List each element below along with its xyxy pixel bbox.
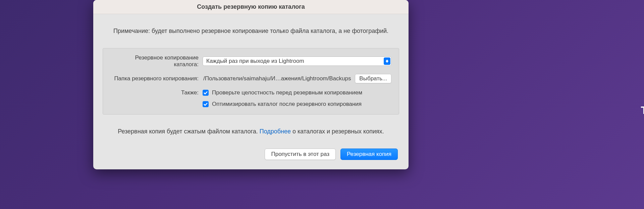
checkmark-icon (204, 102, 208, 106)
learn-more-link[interactable]: Подробнее (260, 128, 291, 135)
backup-dialog: Создать резервную копию каталога Примеча… (93, 0, 409, 169)
check-integrity-row: Также: Проверьте целостность перед резер… (110, 89, 391, 96)
dialog-titlebar: Создать резервную копию каталога (93, 0, 409, 14)
info-suffix: о каталогах и резервных копиях. (291, 128, 384, 135)
backup-frequency-label: Резервное копирование каталога: (110, 54, 203, 68)
optimize-label: Оптимизировать каталог после резервного … (212, 101, 362, 108)
button-row: Пропустить в этот раз Резервная копия (103, 149, 399, 160)
select-arrows-icon (384, 57, 390, 65)
dialog-title: Создать резервную копию каталога (197, 3, 305, 10)
settings-panel: Резервное копирование каталога: Каждый р… (103, 48, 399, 115)
backup-frequency-value: Каждый раз при выходе из Lightroom (206, 58, 304, 65)
also-label: Также: (110, 89, 203, 96)
backup-folder-row: Папка резервного копирования: /Пользоват… (110, 74, 391, 83)
info-line: Резервная копия будет сжатым файлом ката… (103, 128, 399, 135)
desktop-partial-text: T (641, 104, 644, 117)
dialog-note: Примечание: будет выполнено резервное ко… (103, 28, 399, 35)
dialog-content: Примечание: будет выполнено резервное ко… (93, 14, 409, 169)
checkmark-icon (204, 91, 208, 94)
optimize-checkbox[interactable] (203, 101, 209, 107)
backup-button[interactable]: Резервная копия (340, 149, 398, 160)
check-integrity-checkbox[interactable] (203, 90, 209, 96)
backup-folder-label: Папка резервного копирования: (110, 75, 203, 82)
backup-folder-path: /Пользователи/saimahaju/И…ажения/Lightro… (203, 75, 352, 82)
choose-button[interactable]: Выбрать... (355, 74, 391, 83)
optimize-row: Оптимизировать каталог после резервного … (110, 101, 391, 108)
skip-button[interactable]: Пропустить в этот раз (265, 149, 336, 160)
info-prefix: Резервная копия будет сжатым файлом ката… (118, 128, 260, 135)
backup-frequency-select[interactable]: Каждый раз при выходе из Lightroom (203, 56, 391, 66)
check-integrity-label: Проверьте целостность перед резервным ко… (212, 89, 362, 96)
backup-frequency-row: Резервное копирование каталога: Каждый р… (110, 54, 391, 68)
